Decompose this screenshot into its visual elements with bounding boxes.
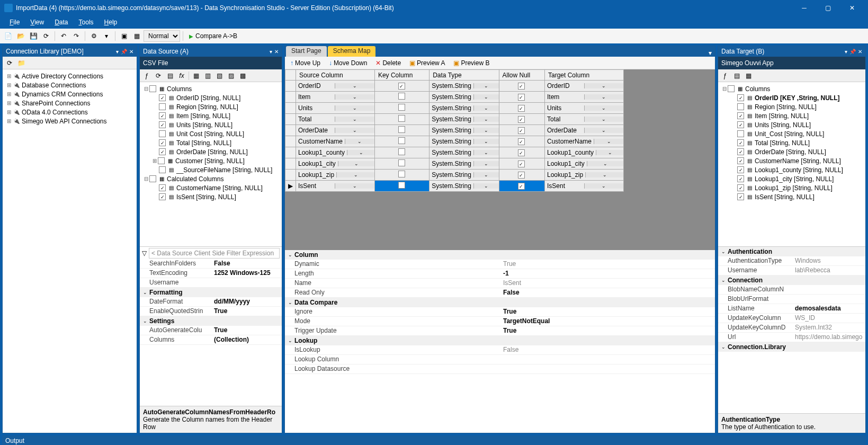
- filter-icon[interactable]: ▽: [142, 250, 147, 257]
- prop-row[interactable]: Urlhttps://demo.lab.simego: [718, 333, 865, 342]
- schema-row[interactable]: Total⌄ System.String⌄ Total⌄: [285, 114, 624, 125]
- column-item[interactable]: ▤Total [String, NULL]: [719, 138, 864, 147]
- new-icon[interactable]: 📄: [2, 30, 14, 42]
- dropdown-icon[interactable]: ⌄: [584, 128, 624, 133]
- prop-row[interactable]: DateFormatdd/MM/yyyy: [140, 297, 282, 307]
- tool-a-icon[interactable]: ▣: [118, 30, 130, 42]
- calc-column-item[interactable]: ▤IsSent [String, NULL]: [141, 192, 281, 201]
- column-item[interactable]: ▤IsSent [String, NULL]: [719, 192, 864, 201]
- null-checkbox[interactable]: [518, 83, 525, 90]
- column-item[interactable]: ▤Units [String, NULL]: [141, 120, 281, 129]
- dropdown-icon[interactable]: ⌄: [473, 117, 499, 122]
- dropdown-icon[interactable]: ⌄: [473, 161, 499, 166]
- dropdown-icon[interactable]: ⌄: [347, 150, 374, 155]
- prop-row[interactable]: DynamicTrue: [285, 260, 715, 269]
- column-item[interactable]: ▤CustomerName [String, NULL]: [719, 156, 864, 165]
- column-item[interactable]: ▤OrderDate [String, NULL]: [141, 147, 281, 156]
- column-item[interactable]: ▤Total [String, NULL]: [141, 138, 281, 147]
- prop-row[interactable]: UpdateKeyColumnWS_ID: [718, 314, 865, 323]
- prop-row[interactable]: Columns(Collection): [140, 335, 282, 345]
- fx-icon[interactable]: ƒ: [142, 71, 151, 81]
- dropdown-icon[interactable]: ⌄: [473, 150, 499, 155]
- schema-row[interactable]: CustomerName⌄ System.String⌄ CustomerNam…: [285, 136, 624, 147]
- column-item[interactable]: ▤Unit Cost [String, NULL]: [141, 129, 281, 138]
- prop-row[interactable]: Lookup Column: [285, 355, 715, 364]
- prop-row[interactable]: AuthenticationTypeWindows: [718, 256, 865, 266]
- prop-row[interactable]: Lookup Datasource: [285, 364, 715, 374]
- column-item[interactable]: ▤Units [String, NULL]: [719, 120, 864, 129]
- key-checkbox[interactable]: [398, 104, 405, 111]
- column-item[interactable]: ▤Lookup1_city [String, NULL]: [719, 174, 864, 183]
- null-checkbox[interactable]: [518, 183, 525, 190]
- redo-icon[interactable]: ↷: [70, 30, 82, 42]
- save-icon[interactable]: 💾: [28, 30, 39, 42]
- dropdown-icon[interactable]: ⌄: [335, 105, 374, 111]
- dropdown-icon[interactable]: ⌄: [596, 150, 623, 155]
- null-checkbox[interactable]: [518, 138, 525, 145]
- column-item[interactable]: ▤OrderID [String, NULL]: [141, 93, 281, 102]
- column-item[interactable]: ▤OrderDate [String, NULL]: [719, 147, 864, 156]
- key-checkbox[interactable]: [398, 83, 405, 90]
- prop-row[interactable]: BlobNameColumnN: [718, 285, 865, 295]
- prop-group[interactable]: ⌄Connection: [718, 275, 865, 285]
- pin-icon[interactable]: ▾: [845, 49, 847, 55]
- grid-header[interactable]: Source Column: [296, 70, 375, 81]
- connection-item[interactable]: ⊞🔌Dynamics CRM Connections: [4, 90, 136, 99]
- dropdown-icon[interactable]: ⌄: [336, 172, 374, 177]
- dropdown-icon[interactable]: ⌄: [473, 105, 499, 111]
- connection-item[interactable]: ⊞🔌Database Connections: [4, 81, 136, 90]
- dropdown-icon[interactable]: ⌄: [473, 172, 499, 177]
- tool-b-icon[interactable]: ▦: [131, 30, 142, 42]
- pin2-icon[interactable]: 📌: [121, 49, 127, 55]
- t1-icon[interactable]: ƒ: [720, 71, 730, 81]
- prop-row[interactable]: ListNamedemosalesdata: [718, 304, 865, 314]
- tab-schema-map[interactable]: Schema Map: [328, 46, 376, 57]
- t3-icon[interactable]: ▧: [214, 71, 224, 81]
- prop-row[interactable]: Trigger UpdateTrue: [285, 326, 715, 336]
- prop-row[interactable]: ModeTargetNotEqual: [285, 317, 715, 326]
- dropdown-icon[interactable]: ⌄: [338, 161, 374, 166]
- prop-group[interactable]: ⌄Connection.Library: [718, 342, 865, 352]
- dropdown-icon[interactable]: ⌄: [584, 117, 624, 122]
- menu-help[interactable]: Help: [99, 17, 123, 27]
- prop-row[interactable]: BlobUrlFormat: [718, 295, 865, 304]
- fx3-icon[interactable]: fx: [177, 71, 186, 81]
- close-panel-icon[interactable]: ✕: [858, 49, 862, 55]
- connection-item[interactable]: ⊞🔌OData 4.0 Connections: [4, 108, 136, 117]
- dropdown-icon[interactable]: ⌄: [473, 83, 499, 88]
- prop-row[interactable]: TextEncoding1252 Windows-125: [140, 269, 282, 278]
- prop-group[interactable]: ⌄Data Compare: [285, 298, 715, 307]
- t5-icon[interactable]: ▩: [238, 71, 247, 81]
- columns-node[interactable]: ⊟▦Columns: [141, 84, 281, 93]
- column-item[interactable]: ▤Region [String, NULL]: [141, 102, 281, 111]
- dropdown-icon[interactable]: ⌄: [335, 128, 374, 133]
- gear-icon[interactable]: ⚙: [88, 30, 100, 42]
- move-down-button[interactable]: ↓Move Down: [327, 58, 369, 68]
- null-checkbox[interactable]: [518, 116, 525, 123]
- t1-icon[interactable]: ▦: [191, 71, 201, 81]
- prop-row[interactable]: IgnoreTrue: [285, 307, 715, 317]
- key-checkbox[interactable]: [398, 93, 405, 100]
- dropdown-icon[interactable]: ▾: [270, 49, 272, 55]
- t3-icon[interactable]: ▦: [744, 71, 753, 81]
- tab-dropdown-icon[interactable]: ▾: [705, 49, 715, 57]
- prop-row[interactable]: NameIsSent: [285, 279, 715, 288]
- dropdown-icon[interactable]: ⌄: [584, 94, 624, 100]
- schema-row[interactable]: OrderDate⌄ System.String⌄ OrderDate⌄: [285, 125, 624, 136]
- prop-row[interactable]: Usernamelab\Rebecca: [718, 266, 865, 275]
- menu-tools[interactable]: Tools: [74, 17, 99, 27]
- column-item[interactable]: ▤OrderID [KEY ,String, NULL]: [719, 93, 864, 102]
- schema-row[interactable]: ▶ IsSent⌄ System.String⌄ IsSent⌄: [285, 181, 624, 192]
- dropdown-icon[interactable]: ⌄: [587, 161, 623, 166]
- dropdown-icon[interactable]: ⌄: [335, 83, 374, 88]
- dropdown-icon[interactable]: ⌄: [584, 83, 624, 88]
- dropdown-icon[interactable]: ⌄: [473, 128, 499, 133]
- grid-header[interactable]: Key Column: [374, 70, 429, 81]
- prop-row[interactable]: Username: [140, 278, 282, 288]
- prop-row[interactable]: SearchInFoldersFalse: [140, 259, 282, 269]
- menu-file[interactable]: File: [4, 17, 25, 27]
- prop-row[interactable]: EnableQuotedStrinTrue: [140, 307, 282, 316]
- null-checkbox[interactable]: [518, 149, 525, 156]
- pin2-icon[interactable]: 📌: [849, 49, 856, 55]
- customer-node[interactable]: ⊞▦Customer [String, NULL]: [141, 156, 281, 165]
